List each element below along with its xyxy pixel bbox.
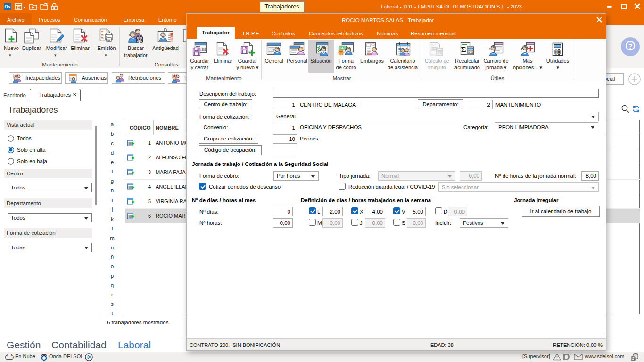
svg-text:?: ? [628,42,632,50]
svg-text:Ds: Ds [5,4,11,9]
svg-text:Σ: Σ [461,45,466,54]
